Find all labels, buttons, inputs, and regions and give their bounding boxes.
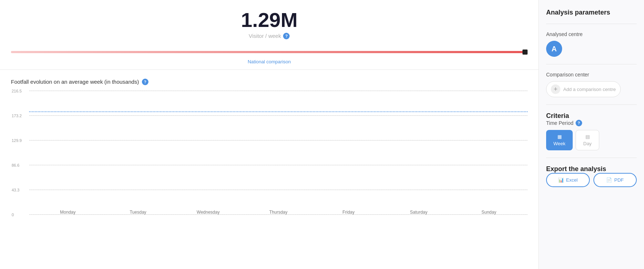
bar-label-tuesday: Tuesday <box>130 210 146 215</box>
add-comparison-button[interactable]: + Add a comparison centre <box>546 81 621 97</box>
week-calendar-icon: ▦ <box>557 134 562 139</box>
add-comparison-label: Add a comparison centre <box>563 87 616 92</box>
bar-group-saturday: Saturday <box>383 207 454 215</box>
criteria-label: Criteria <box>546 112 637 120</box>
time-period-help-icon[interactable]: ? <box>576 120 582 126</box>
excel-icon: 📊 <box>558 177 564 183</box>
comparison-bar-container <box>11 47 528 58</box>
bar-group-thursday: Thursday <box>243 207 314 215</box>
bar-group-sunday: Sunday <box>454 207 524 215</box>
main-content: 1.29M Visitor / week ? National comparis… <box>0 0 538 269</box>
excel-label: Excel <box>566 177 578 183</box>
bar-group-wednesday: Wednesday <box>173 207 243 215</box>
pdf-icon: 📄 <box>606 177 612 183</box>
metric-subtitle-text: Visitor / week <box>249 33 281 39</box>
comparison-center-section: Comparison center + Add a comparison cen… <box>546 72 637 97</box>
criteria-section: Criteria Time Period ? ▦ Week ▤ Day <box>546 112 637 150</box>
grid-label-5: 216.5 <box>12 89 22 93</box>
pdf-label: PDF <box>614 177 624 183</box>
sidebar: Analysis parameters Analysed centre A Co… <box>538 0 644 269</box>
bar-group-friday: Friday <box>313 207 383 215</box>
day-button[interactable]: ▤ Day <box>576 130 599 150</box>
section-divider <box>0 70 538 70</box>
grid-label-0: 0 <box>12 213 14 217</box>
comparison-bar <box>11 51 528 53</box>
bar-label-wednesday: Wednesday <box>197 210 220 215</box>
time-buttons: ▦ Week ▤ Day <box>546 130 637 150</box>
metric-subtitle: Visitor / week ? <box>7 33 531 39</box>
bar-label-thursday: Thursday <box>269 210 287 215</box>
comparison-label: National comparison <box>11 59 528 64</box>
day-label: Day <box>583 141 592 146</box>
export-label: Export the analysis <box>546 165 637 173</box>
sidebar-divider-4 <box>546 158 637 158</box>
day-calendar-icon: ▤ <box>585 134 590 139</box>
bar-label-saturday: Saturday <box>410 210 428 215</box>
comparison-section: National comparison <box>0 43 538 67</box>
bar-label-monday: Monday <box>60 210 76 215</box>
excel-export-button[interactable]: 📊 Excel <box>546 173 590 187</box>
comparison-center-label: Comparison center <box>546 72 637 78</box>
grid-label-2: 86.6 <box>12 163 19 167</box>
sidebar-title: Analysis parameters <box>546 9 637 16</box>
chart-title: Footfall evolution on an average week (i… <box>11 79 139 85</box>
chart-title-row: Footfall evolution on an average week (i… <box>11 79 528 85</box>
bar-label-friday: Friday <box>342 210 354 215</box>
week-button[interactable]: ▦ Week <box>546 130 573 150</box>
bar-group-tuesday: Tuesday <box>103 207 173 215</box>
pdf-export-button[interactable]: 📄 PDF <box>593 173 637 187</box>
bars-container: Monday Tuesday Wednesday Thursday Friday <box>29 91 528 215</box>
time-period-row: Time Period ? <box>546 120 637 126</box>
analysed-centre-section: Analysed centre A <box>546 31 637 57</box>
centre-avatar[interactable]: A <box>546 41 562 57</box>
grid-label-3: 129.9 <box>12 138 22 143</box>
export-section: Export the analysis 📊 Excel 📄 PDF <box>546 165 637 187</box>
plus-icon: + <box>551 84 560 94</box>
metric-section: 1.29M Visitor / week ? <box>0 0 538 43</box>
bar-chart: 0 43.3 86.6 129.9 173.2 216.5 <box>11 91 528 226</box>
analysed-centre-label: Analysed centre <box>546 31 637 37</box>
comparison-bar-marker <box>522 50 528 55</box>
grid-label-4: 173.2 <box>12 114 22 118</box>
metric-value: 1.29M <box>7 9 531 31</box>
metric-help-icon[interactable]: ? <box>283 33 290 39</box>
week-label: Week <box>553 141 565 146</box>
sidebar-divider-3 <box>546 104 637 105</box>
chart-section: Footfall evolution on an average week (i… <box>0 73 538 269</box>
bar-label-sunday: Sunday <box>481 210 496 215</box>
sidebar-divider-1 <box>546 24 637 24</box>
bar-group-monday: Monday <box>33 207 103 215</box>
time-period-label: Time Period <box>546 120 573 126</box>
average-line <box>29 111 528 112</box>
export-buttons: 📊 Excel 📄 PDF <box>546 173 637 187</box>
chart-help-icon[interactable]: ? <box>142 79 148 85</box>
grid-label-1: 43.3 <box>12 188 19 192</box>
sidebar-divider-2 <box>546 64 637 64</box>
